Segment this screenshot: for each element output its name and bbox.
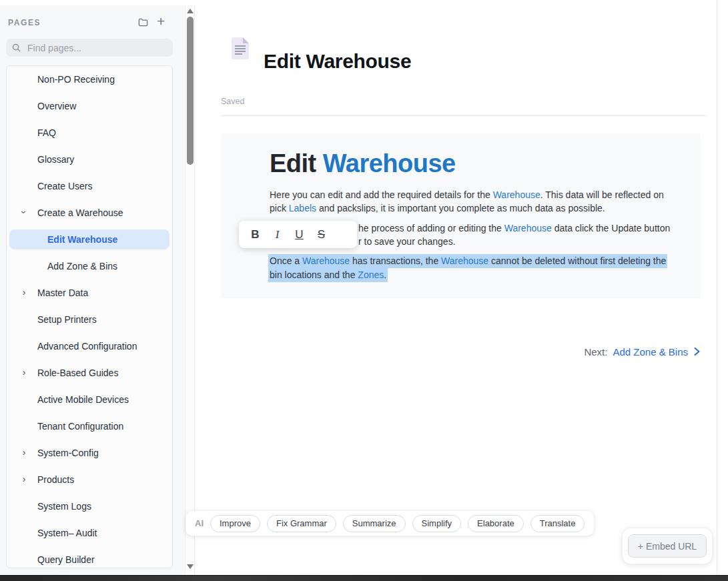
elaborate-button[interactable]: Elaborate bbox=[468, 515, 524, 532]
sidebar-item-non-po-receiving[interactable]: Non-PO Receiving bbox=[7, 66, 172, 93]
plus-icon[interactable]: + bbox=[157, 13, 165, 29]
inline-link[interactable]: Zones bbox=[358, 269, 384, 280]
format-toolbar: BIUS bbox=[239, 221, 357, 248]
italic-button[interactable]: I bbox=[266, 225, 288, 245]
card-paragraph-2[interactable]: he process of adding or editing the Ware… bbox=[358, 221, 670, 248]
text-run: pick bbox=[270, 203, 289, 213]
sidebar-item-label: Add Zone & Bins bbox=[47, 261, 117, 271]
sidebar-item-system-logs[interactable]: System Logs bbox=[7, 493, 172, 520]
pages-list: Non-PO ReceivingOverviewFAQGlossaryCreat… bbox=[6, 65, 173, 568]
title-divider bbox=[221, 115, 707, 116]
sidebar-item-label: Overview bbox=[37, 101, 76, 111]
card-heading-blue: Warehouse bbox=[323, 149, 456, 177]
text-run: Once a bbox=[270, 255, 302, 266]
sidebar-item-label: Products bbox=[37, 474, 74, 485]
translate-button[interactable]: Translate bbox=[530, 515, 585, 532]
sidebar-item-tenant-configuration[interactable]: Tenant Configuration bbox=[7, 413, 172, 440]
sidebar-item-master-data[interactable]: ›Master Data bbox=[7, 279, 172, 306]
page-title[interactable]: Edit Warehouse bbox=[264, 51, 411, 72]
text-run: bin locations and the bbox=[270, 269, 358, 280]
fix-grammar-button[interactable]: Fix Grammar bbox=[267, 515, 336, 532]
chevron-right-icon[interactable]: › bbox=[20, 368, 28, 376]
selection-highlight: bin locations and the Zones. bbox=[268, 268, 388, 282]
sidebar-item-create-a-warehouse[interactable]: ›Create a Warehouse bbox=[7, 199, 172, 226]
inline-link[interactable]: Warehouse bbox=[504, 223, 552, 233]
pages-header: PAGES bbox=[8, 18, 41, 27]
text-run: data click the Update button bbox=[552, 223, 670, 233]
sidebar-item-label: Advanced Configuration bbox=[37, 341, 137, 352]
text-run: has transactions, the bbox=[350, 255, 441, 266]
folder-icon[interactable] bbox=[138, 17, 148, 29]
text-run: r to save your changes. bbox=[358, 236, 456, 247]
scrollbar-thumb[interactable] bbox=[187, 17, 194, 165]
sidebar-item-label: Setup Printers bbox=[37, 314, 97, 325]
scroll-down-icon[interactable] bbox=[187, 564, 194, 569]
inline-link[interactable]: Warehouse bbox=[302, 255, 350, 266]
content-card: Edit Warehouse Here you can edit and add… bbox=[221, 133, 701, 298]
bold-button[interactable]: B bbox=[244, 225, 266, 245]
text-run: Here you can edit and add the required d… bbox=[270, 189, 493, 200]
strikethrough-button[interactable]: S bbox=[310, 225, 332, 245]
main-right-divider bbox=[717, 0, 717, 575]
text-run: he process of adding or editing the bbox=[358, 223, 504, 233]
chevron-right-icon[interactable]: › bbox=[20, 475, 28, 483]
document-icon[interactable] bbox=[232, 37, 249, 59]
card-heading[interactable]: Edit Warehouse bbox=[270, 148, 456, 179]
sidebar-item-label: Role-Based Guides bbox=[37, 368, 118, 378]
chevron-down-icon[interactable]: › bbox=[20, 208, 28, 216]
next-page-link[interactable]: Add Zone & Bins bbox=[613, 346, 688, 358]
sidebar-item-active-mobile-devices[interactable]: Active Mobile Devices bbox=[7, 386, 172, 413]
search-icon bbox=[12, 43, 21, 52]
sidebar-item-label: System– Audit bbox=[37, 528, 97, 538]
text-run: and packslips, it is important you compl… bbox=[316, 203, 605, 213]
sidebar-item-create-users[interactable]: Create Users bbox=[7, 173, 172, 199]
inline-link[interactable]: Labels bbox=[289, 203, 316, 213]
sidebar-item-role-based-guides[interactable]: ›Role-Based Guides bbox=[7, 360, 172, 386]
sidebar-item-label: Edit Warehouse bbox=[47, 234, 117, 245]
sidebar-item-label: System-Config bbox=[37, 448, 99, 458]
sidebar-item-system-config[interactable]: ›System-Config bbox=[7, 440, 172, 466]
embed-url-button[interactable]: + Embed URL bbox=[628, 534, 707, 558]
simplify-button[interactable]: Simplify bbox=[412, 515, 462, 532]
sidebar-item-faq[interactable]: FAQ bbox=[7, 119, 172, 146]
chevron-right-icon[interactable]: › bbox=[20, 448, 28, 456]
sidebar-item-label: Glossary bbox=[37, 154, 74, 165]
chevron-right-icon[interactable] bbox=[693, 347, 701, 356]
search-box[interactable] bbox=[6, 39, 173, 57]
sidebar-item-query-builder[interactable]: Query Builder bbox=[7, 546, 172, 568]
underline-button[interactable]: U bbox=[288, 225, 310, 245]
sidebar-item-edit-warehouse[interactable]: Edit Warehouse bbox=[9, 229, 169, 249]
card-paragraph-1[interactable]: Here you can edit and add the required d… bbox=[270, 188, 664, 215]
summarize-button[interactable]: Summarize bbox=[343, 515, 406, 532]
sidebar-item-label: Create Users bbox=[37, 181, 92, 191]
text-run: cannot be deleted without first deleting… bbox=[488, 255, 666, 266]
sidebar-item-system-audit[interactable]: System– Audit bbox=[7, 520, 172, 546]
inline-link[interactable]: Warehouse bbox=[441, 255, 488, 266]
improve-button[interactable]: Improve bbox=[210, 515, 260, 532]
ai-label: AI bbox=[195, 518, 204, 528]
chevron-right-icon[interactable]: › bbox=[20, 288, 28, 296]
sidebar-item-label: Active Mobile Devices bbox=[37, 394, 129, 405]
sidebar-item-glossary[interactable]: Glossary bbox=[7, 146, 172, 173]
sidebar-scrollbar[interactable] bbox=[185, 5, 195, 575]
bottom-window-edge bbox=[0, 575, 728, 581]
card-paragraph-3[interactable]: Once a Warehouse has transactions, the W… bbox=[270, 254, 667, 282]
sidebar-item-overview[interactable]: Overview bbox=[7, 93, 172, 119]
sidebar-item-products[interactable]: ›Products bbox=[7, 466, 172, 493]
sidebar-item-advanced-configuration[interactable]: Advanced Configuration bbox=[7, 333, 172, 360]
sidebar-item-label: Query Builder bbox=[37, 554, 95, 565]
sidebar-item-label: Create a Warehouse bbox=[37, 207, 123, 218]
selection-highlight: Once a Warehouse has transactions, the W… bbox=[268, 254, 667, 268]
sidebar-item-label: System Logs bbox=[37, 501, 91, 512]
search-input[interactable] bbox=[26, 42, 159, 54]
sidebar-item-setup-printers[interactable]: Setup Printers bbox=[7, 306, 172, 333]
sidebar-item-add-zone-bins[interactable]: Add Zone & Bins bbox=[7, 253, 172, 279]
pages-sidebar: PAGES + Non-PO ReceivingOverviewFAQGloss… bbox=[0, 5, 185, 575]
scroll-up-icon[interactable] bbox=[187, 9, 194, 13]
embed-url-container: + Embed URL bbox=[623, 528, 712, 564]
inline-link[interactable]: Warehouse bbox=[493, 189, 540, 200]
sidebar-item-label: FAQ bbox=[37, 127, 56, 138]
sidebar-item-label: Tenant Configuration bbox=[37, 421, 123, 432]
sidebar-item-label: Non-PO Receiving bbox=[37, 74, 115, 85]
text-run: . bbox=[384, 269, 386, 280]
